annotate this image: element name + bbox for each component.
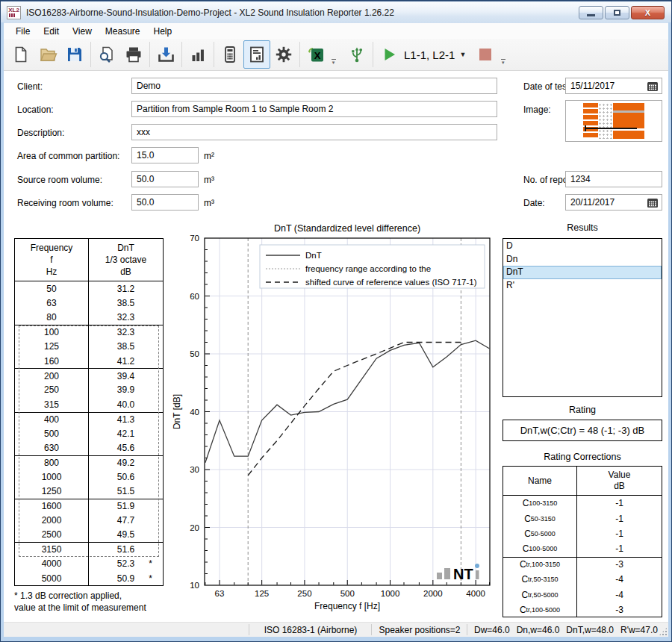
area-label: Area of common partition: [17, 151, 119, 161]
client-input[interactable] [131, 78, 497, 94]
table-row: 100050.6 [15, 470, 163, 484]
location-label: Location: [17, 105, 54, 115]
svg-text:DnT: DnT [305, 251, 322, 260]
svg-text:DnT (Standardized level differ: DnT (Standardized level difference) [274, 223, 420, 234]
date-of-test-label: Date of test: [523, 81, 572, 92]
svg-text:4000: 4000 [466, 589, 485, 598]
results-item-r[interactable]: R' [503, 279, 662, 293]
print-preview-button[interactable] [93, 40, 120, 69]
status-separator [467, 624, 467, 635]
toolbar-separator [214, 42, 214, 67]
open-project-button[interactable] [34, 40, 61, 69]
toolbar: X ▾ L1-1, L2-1 ▼ ▾ [4, 39, 668, 71]
settings-button[interactable] [270, 40, 297, 69]
stop-measurement-button[interactable] [472, 40, 499, 69]
results-list: DDnDnTR' [503, 238, 662, 397]
date-calendar-button[interactable] [644, 195, 662, 210]
frequency-column-header: FrequencyfHz [15, 239, 89, 281]
results-item-d[interactable]: D [503, 240, 662, 253]
save-project-button[interactable] [61, 40, 88, 69]
table-row: 400052.3* [15, 556, 163, 570]
table-row: 160051.9 [15, 499, 163, 513]
import-measurement-button[interactable] [152, 40, 179, 69]
new-document-button[interactable] [7, 40, 34, 69]
close-button[interactable]: X [631, 6, 665, 19]
table-row: 8032.3 [15, 311, 163, 325]
rating-value: DnT,w(C;Ctr) = 48 (-1; -3) dB [520, 425, 645, 436]
menu-item-edit[interactable]: Edit [37, 25, 66, 38]
table-row: Ctr,50-5000-4 [503, 587, 662, 602]
image-label: Image: [523, 105, 551, 115]
menu-item-help[interactable]: Help [148, 25, 180, 38]
import-download-icon [157, 46, 175, 63]
calculator-button[interactable] [217, 40, 243, 69]
resize-grip[interactable] [659, 627, 668, 636]
menu-item-measure[interactable]: Measure [99, 25, 148, 38]
gear-icon [275, 46, 293, 63]
measurement-selector[interactable]: L1-1, L2-1 [404, 49, 455, 61]
excel-export-button[interactable]: X [302, 40, 329, 69]
play-measurement-button[interactable] [376, 40, 402, 69]
receiving-volume-label: Receiving room volume: [17, 198, 113, 208]
app-window: XL2 ISO16283-Airborne-Sound-Insulation-D… [0, 0, 672, 642]
partition-arrow [585, 128, 637, 129]
date-field [565, 194, 662, 211]
svg-text:shifted curve of reference val: shifted curve of reference values (ISO 7… [305, 278, 477, 287]
level-chart-button[interactable] [184, 40, 211, 69]
menu-item-view[interactable]: View [66, 25, 99, 38]
results-item-dnt[interactable]: DnT [503, 266, 662, 279]
results-item-dn[interactable]: Dn [503, 253, 662, 267]
table-row: 5031.2 [15, 281, 163, 296]
table-row: 31540.0 [15, 397, 163, 411]
corrections-name-header: Name [503, 467, 577, 495]
receiving-volume-input[interactable] [131, 194, 199, 211]
table-row: 315051.6 [15, 542, 163, 556]
date-of-test-calendar-button[interactable] [644, 78, 662, 93]
toolbar-overflow-button[interactable]: ▾ [329, 41, 337, 68]
dnt-column-header: DnT1/3 octavedB [89, 239, 163, 281]
source-volume-label: Source room volume: [17, 175, 102, 185]
toolbar-separator [299, 42, 300, 67]
stop-icon [478, 47, 493, 62]
svg-text:20: 20 [190, 523, 199, 532]
print-preview-icon [98, 46, 116, 63]
svg-text:1000: 1000 [381, 589, 400, 598]
svg-text:60: 60 [190, 292, 199, 301]
svg-text:500: 500 [340, 589, 355, 598]
table-row: C50-3150-1 [503, 511, 662, 526]
measurement-dropdown-arrow[interactable]: ▼ [459, 51, 466, 58]
date-input[interactable] [566, 196, 644, 209]
window-title: ISO16283-Airborne-Sound-Insulation-Demo-… [26, 7, 394, 18]
usb-connect-button[interactable] [343, 40, 370, 69]
toolbar-overflow-button-2[interactable]: ▾ [499, 41, 507, 68]
status-values: Dw=46.0Dn,w=46.0DnT,w=48.0R'w=47.0 [474, 625, 658, 635]
frequency-table: FrequencyfHz DnT1/3 octavedB 5031.26338.… [14, 238, 164, 586]
area-input[interactable] [131, 147, 199, 163]
report-icon [248, 46, 266, 63]
wall-left [583, 103, 598, 139]
partition-image[interactable] [565, 100, 662, 142]
menu-bar: FileEditViewMeasureHelp [4, 23, 668, 39]
window-controls: X [579, 6, 665, 19]
svg-text:frequency range according to t: frequency range according to the [305, 264, 431, 273]
svg-text:40: 40 [190, 408, 199, 417]
description-input[interactable] [131, 124, 497, 140]
restore-button[interactable] [605, 6, 629, 19]
svg-text:70: 70 [190, 234, 199, 243]
print-button[interactable] [120, 40, 147, 69]
window-border-right [668, 22, 671, 641]
menu-item-file[interactable]: File [10, 25, 37, 38]
open-folder-icon [39, 46, 57, 63]
toolbar-separator [149, 42, 150, 67]
report-view-button[interactable] [243, 40, 270, 69]
status-separator [371, 624, 372, 635]
source-volume-input[interactable] [131, 171, 199, 187]
title-bar: XL2 ISO16283-Airborne-Sound-Insulation-D… [1, 1, 671, 23]
report-no-input[interactable] [565, 171, 662, 187]
table-row: 40041.3 [15, 412, 163, 426]
corrections-title: Rating Corrections [503, 452, 662, 462]
location-input[interactable] [131, 101, 497, 117]
minimize-button[interactable] [579, 6, 603, 19]
date-of-test-input[interactable] [566, 79, 644, 93]
toolbar-separator [373, 42, 373, 67]
